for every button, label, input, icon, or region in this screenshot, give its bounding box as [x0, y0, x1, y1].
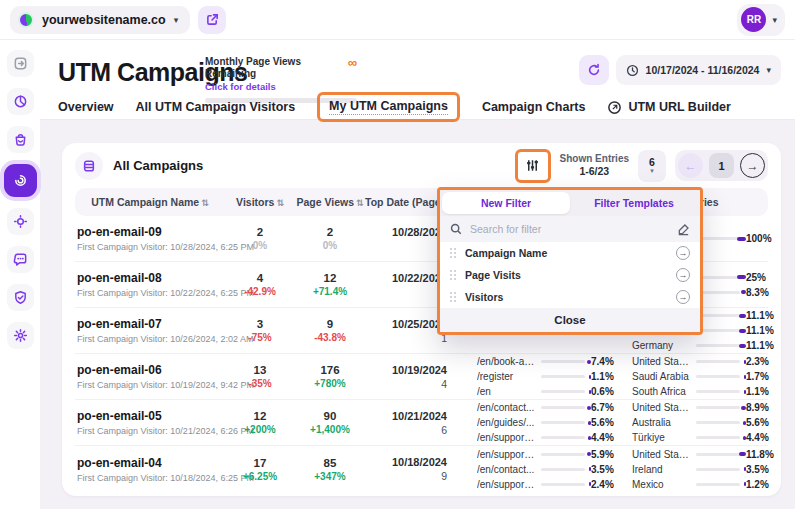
- tab-bar: Overview All UTM Campaign Visitors My UT…: [58, 93, 731, 121]
- tab-utm-url-builder[interactable]: UTM URL Builder: [607, 100, 731, 115]
- visitors-change: +200%: [225, 424, 295, 435]
- drag-handle-icon[interactable]: [450, 292, 456, 302]
- sidebar-item-store[interactable]: [7, 126, 34, 153]
- filter-item-page-visits[interactable]: Page Visits →: [440, 264, 700, 286]
- chevron-down-icon: ▾: [174, 15, 179, 25]
- tab-overview[interactable]: Overview: [58, 100, 114, 114]
- sidebar-item-chat[interactable]: [7, 246, 34, 273]
- percentage-bar: [696, 421, 740, 424]
- user-menu[interactable]: RR ▾: [737, 4, 785, 36]
- column-header-visitors[interactable]: Visitors⇅: [225, 196, 295, 208]
- percentage-bar: [696, 483, 740, 486]
- sidebar-item-privacy[interactable]: [7, 284, 34, 311]
- top-date: 10/21/2024: [365, 410, 447, 422]
- top-date-views: 2: [365, 286, 447, 298]
- top-pages-list: /en/support...5.9%/en/contact...3.5%/en/…: [465, 449, 620, 490]
- page-views-change: 0%: [295, 240, 365, 251]
- campaign-name: po-en-email-09: [77, 225, 225, 239]
- percentage-bar: [541, 468, 585, 471]
- visitors-value: 13: [225, 364, 295, 376]
- table-row[interactable]: po-en-email-05 First Campaign Visitor: 1…: [75, 400, 768, 446]
- chevron-down-icon: ▾: [650, 167, 654, 174]
- filter-button[interactable]: ⌃: [515, 149, 551, 183]
- top-date-views: 6: [365, 424, 447, 436]
- tab-campaign-charts[interactable]: Campaign Charts: [482, 100, 586, 114]
- percentage-bar: [541, 375, 585, 378]
- filter-item-visitors[interactable]: Visitors →: [440, 286, 700, 308]
- page-entry: /en/guides/...5.6%: [477, 417, 620, 428]
- apply-filter-arrow-icon[interactable]: →: [676, 246, 690, 260]
- tab-all-utm-campaign-visitors[interactable]: All UTM Campaign Visitors: [136, 100, 296, 114]
- clear-eraser-icon[interactable]: [677, 223, 690, 236]
- top-date: 10/19/2024: [365, 364, 447, 376]
- sidebar-item-analytics[interactable]: [7, 88, 34, 115]
- date-range-picker[interactable]: 10/17/2024 - 11/16/2024 ▾: [616, 55, 781, 85]
- current-page[interactable]: 1: [709, 153, 734, 178]
- database-icon: [75, 152, 103, 180]
- percentage-bar: [541, 360, 585, 363]
- percentage-bar: [541, 390, 585, 393]
- sidebar-item-targeting[interactable]: [7, 208, 34, 235]
- sidebar-item-campaigns[interactable]: [4, 164, 37, 197]
- sidebar-item-settings[interactable]: [7, 322, 34, 349]
- drag-handle-icon[interactable]: [450, 248, 456, 258]
- chevron-down-icon: ▾: [766, 65, 771, 75]
- close-button[interactable]: Close: [440, 308, 700, 332]
- shopping-bag-icon: [13, 132, 28, 147]
- quota-details-link[interactable]: Click for details: [205, 81, 357, 92]
- country-entry: Türkiye4.4%: [632, 432, 768, 443]
- page-views-value: 9: [295, 318, 365, 330]
- page-size-select[interactable]: 6 ▾: [638, 150, 666, 182]
- country-entry: Germany11.1%: [632, 340, 768, 351]
- sidebar-item-collapse[interactable]: [7, 50, 34, 77]
- tab-new-filter[interactable]: New Filter: [442, 192, 570, 214]
- page-views-value: 176: [295, 364, 365, 376]
- page-views-value: 2: [295, 226, 365, 238]
- refresh-button[interactable]: [579, 55, 609, 85]
- search-icon: [450, 223, 462, 235]
- table-row[interactable]: po-en-email-04 First Campaign Visitor: 1…: [75, 446, 768, 492]
- country-entry: United States8.9%: [632, 402, 768, 413]
- avatar: RR: [741, 7, 766, 32]
- sort-icon: ⇅: [276, 198, 284, 208]
- date-range-value: 10/17/2024 - 11/16/2024: [646, 64, 760, 76]
- sidebar: [0, 40, 40, 509]
- campaign-first-visitor: First Campaign Visitor: 10/28/2024, 6:25…: [77, 242, 225, 252]
- percentage-bar: [696, 468, 740, 471]
- apply-filter-arrow-icon[interactable]: →: [676, 290, 690, 304]
- column-header-page-views[interactable]: Page Views⇅: [295, 196, 365, 208]
- campaign-first-visitor: First Campaign Visitor: 10/21/2024, 6:26…: [77, 426, 225, 436]
- drag-handle-icon[interactable]: [450, 270, 456, 280]
- page-views-change: +71.4%: [295, 286, 365, 297]
- visitors-change: -35%: [225, 378, 295, 389]
- top-date-views: 2: [365, 240, 447, 252]
- link-icon: [607, 100, 622, 115]
- page-entry: /en/contact...6.7%: [477, 402, 620, 413]
- tab-filter-templates[interactable]: Filter Templates: [570, 192, 698, 214]
- page-views-value: 90: [295, 410, 365, 422]
- percentage-bar: [696, 360, 740, 363]
- tab-my-utm-campaigns[interactable]: My UTM Campaigns: [317, 92, 460, 122]
- filter-item-campaign-name[interactable]: Campaign Name →: [440, 242, 700, 264]
- countries-list: United States8.9%Australia5.6%Türkiye4.4…: [620, 402, 768, 443]
- open-website-button[interactable]: [198, 6, 226, 34]
- visitors-value: 3: [225, 318, 295, 330]
- table-row[interactable]: po-en-email-06 First Campaign Visitor: 1…: [75, 354, 768, 400]
- campaign-first-visitor: First Campaign Visitor: 10/19/2024, 9:42…: [77, 380, 225, 390]
- filter-search-placeholder: Search for filter: [470, 223, 669, 235]
- campaign-first-visitor: First Campaign Visitor: 10/18/2024, 6:25…: [77, 473, 225, 483]
- top-date: 10/28/2024: [365, 226, 447, 238]
- website-name: yourwebsitename.co: [42, 13, 166, 27]
- percentage-bar: [541, 453, 585, 456]
- apply-filter-arrow-icon[interactable]: →: [676, 268, 690, 282]
- top-bar: yourwebsitename.co ▾ RR ▾: [0, 0, 795, 40]
- next-page-button[interactable]: →: [740, 153, 765, 178]
- top-pages-list: /en/contact...6.7%/en/guides/...5.6%/en/…: [465, 402, 620, 443]
- page-views-change: +347%: [295, 471, 365, 482]
- website-selector[interactable]: yourwebsitename.co ▾: [10, 6, 190, 34]
- shield-check-icon: [13, 290, 28, 305]
- prev-page-button[interactable]: ←: [678, 153, 703, 178]
- clock-icon: [626, 64, 639, 77]
- filter-search[interactable]: Search for filter: [440, 216, 700, 242]
- column-header-utm-campaign-name[interactable]: UTM Campaign Name⇅: [75, 196, 225, 208]
